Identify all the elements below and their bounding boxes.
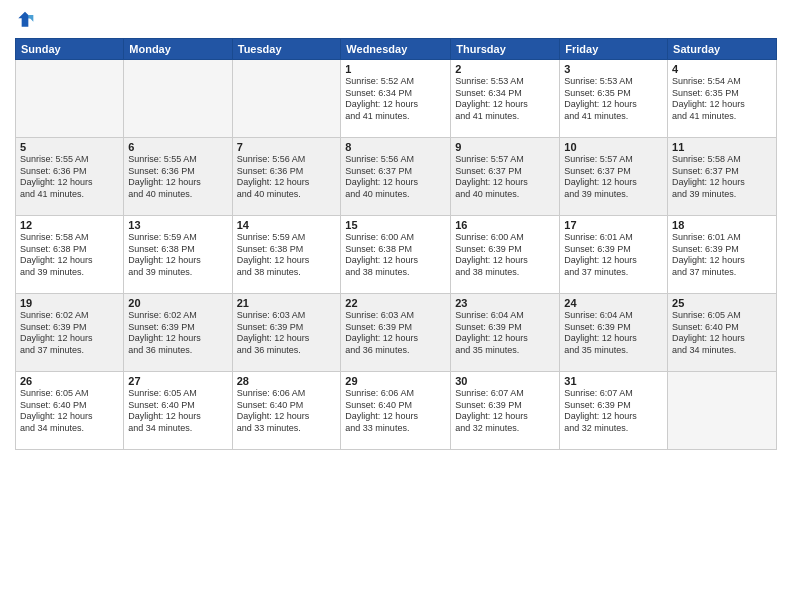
- day-info: Sunrise: 6:02 AM Sunset: 6:39 PM Dayligh…: [20, 310, 119, 357]
- weekday-header-friday: Friday: [560, 39, 668, 60]
- calendar-cell: [232, 60, 341, 138]
- day-number: 17: [564, 219, 663, 231]
- calendar-cell: [124, 60, 232, 138]
- calendar-cell: 17Sunrise: 6:01 AM Sunset: 6:39 PM Dayli…: [560, 216, 668, 294]
- day-number: 15: [345, 219, 446, 231]
- calendar-cell: 21Sunrise: 6:03 AM Sunset: 6:39 PM Dayli…: [232, 294, 341, 372]
- calendar-cell: 14Sunrise: 5:59 AM Sunset: 6:38 PM Dayli…: [232, 216, 341, 294]
- calendar-cell: 28Sunrise: 6:06 AM Sunset: 6:40 PM Dayli…: [232, 372, 341, 450]
- calendar-cell: 23Sunrise: 6:04 AM Sunset: 6:39 PM Dayli…: [451, 294, 560, 372]
- day-info: Sunrise: 6:00 AM Sunset: 6:38 PM Dayligh…: [345, 232, 446, 279]
- calendar-cell: 31Sunrise: 6:07 AM Sunset: 6:39 PM Dayli…: [560, 372, 668, 450]
- day-number: 9: [455, 141, 555, 153]
- calendar-cell: 13Sunrise: 5:59 AM Sunset: 6:38 PM Dayli…: [124, 216, 232, 294]
- day-info: Sunrise: 6:03 AM Sunset: 6:39 PM Dayligh…: [237, 310, 337, 357]
- weekday-header-row: SundayMondayTuesdayWednesdayThursdayFrid…: [16, 39, 777, 60]
- calendar-week-row: 1Sunrise: 5:52 AM Sunset: 6:34 PM Daylig…: [16, 60, 777, 138]
- day-number: 4: [672, 63, 772, 75]
- day-number: 30: [455, 375, 555, 387]
- calendar-cell: 12Sunrise: 5:58 AM Sunset: 6:38 PM Dayli…: [16, 216, 124, 294]
- day-info: Sunrise: 5:57 AM Sunset: 6:37 PM Dayligh…: [564, 154, 663, 201]
- day-info: Sunrise: 6:06 AM Sunset: 6:40 PM Dayligh…: [345, 388, 446, 435]
- day-info: Sunrise: 5:55 AM Sunset: 6:36 PM Dayligh…: [20, 154, 119, 201]
- day-number: 24: [564, 297, 663, 309]
- calendar-cell: 15Sunrise: 6:00 AM Sunset: 6:38 PM Dayli…: [341, 216, 451, 294]
- day-info: Sunrise: 5:58 AM Sunset: 6:38 PM Dayligh…: [20, 232, 119, 279]
- calendar: SundayMondayTuesdayWednesdayThursdayFrid…: [15, 38, 777, 450]
- day-number: 19: [20, 297, 119, 309]
- weekday-header-thursday: Thursday: [451, 39, 560, 60]
- day-info: Sunrise: 6:05 AM Sunset: 6:40 PM Dayligh…: [128, 388, 227, 435]
- calendar-cell: 19Sunrise: 6:02 AM Sunset: 6:39 PM Dayli…: [16, 294, 124, 372]
- weekday-header-wednesday: Wednesday: [341, 39, 451, 60]
- calendar-cell: 30Sunrise: 6:07 AM Sunset: 6:39 PM Dayli…: [451, 372, 560, 450]
- calendar-cell: 24Sunrise: 6:04 AM Sunset: 6:39 PM Dayli…: [560, 294, 668, 372]
- day-info: Sunrise: 6:06 AM Sunset: 6:40 PM Dayligh…: [237, 388, 337, 435]
- day-number: 18: [672, 219, 772, 231]
- day-info: Sunrise: 5:54 AM Sunset: 6:35 PM Dayligh…: [672, 76, 772, 123]
- svg-marker-0: [18, 12, 31, 27]
- svg-marker-1: [28, 15, 33, 22]
- day-info: Sunrise: 6:01 AM Sunset: 6:39 PM Dayligh…: [672, 232, 772, 279]
- calendar-cell: 10Sunrise: 5:57 AM Sunset: 6:37 PM Dayli…: [560, 138, 668, 216]
- calendar-cell: 18Sunrise: 6:01 AM Sunset: 6:39 PM Dayli…: [668, 216, 777, 294]
- day-info: Sunrise: 6:01 AM Sunset: 6:39 PM Dayligh…: [564, 232, 663, 279]
- calendar-cell: 27Sunrise: 6:05 AM Sunset: 6:40 PM Dayli…: [124, 372, 232, 450]
- logo: [15, 10, 39, 30]
- day-number: 27: [128, 375, 227, 387]
- day-number: 26: [20, 375, 119, 387]
- day-number: 28: [237, 375, 337, 387]
- day-number: 1: [345, 63, 446, 75]
- weekday-header-saturday: Saturday: [668, 39, 777, 60]
- calendar-cell: 22Sunrise: 6:03 AM Sunset: 6:39 PM Dayli…: [341, 294, 451, 372]
- calendar-cell: 4Sunrise: 5:54 AM Sunset: 6:35 PM Daylig…: [668, 60, 777, 138]
- calendar-cell: 16Sunrise: 6:00 AM Sunset: 6:39 PM Dayli…: [451, 216, 560, 294]
- day-info: Sunrise: 5:57 AM Sunset: 6:37 PM Dayligh…: [455, 154, 555, 201]
- calendar-cell: 1Sunrise: 5:52 AM Sunset: 6:34 PM Daylig…: [341, 60, 451, 138]
- calendar-cell: 26Sunrise: 6:05 AM Sunset: 6:40 PM Dayli…: [16, 372, 124, 450]
- day-number: 23: [455, 297, 555, 309]
- day-number: 11: [672, 141, 772, 153]
- day-info: Sunrise: 5:52 AM Sunset: 6:34 PM Dayligh…: [345, 76, 446, 123]
- calendar-cell: 5Sunrise: 5:55 AM Sunset: 6:36 PM Daylig…: [16, 138, 124, 216]
- day-info: Sunrise: 5:59 AM Sunset: 6:38 PM Dayligh…: [128, 232, 227, 279]
- day-info: Sunrise: 6:00 AM Sunset: 6:39 PM Dayligh…: [455, 232, 555, 279]
- calendar-cell: 8Sunrise: 5:56 AM Sunset: 6:37 PM Daylig…: [341, 138, 451, 216]
- day-number: 5: [20, 141, 119, 153]
- logo-icon: [15, 10, 35, 30]
- weekday-header-sunday: Sunday: [16, 39, 124, 60]
- day-number: 12: [20, 219, 119, 231]
- day-info: Sunrise: 6:04 AM Sunset: 6:39 PM Dayligh…: [564, 310, 663, 357]
- calendar-week-row: 19Sunrise: 6:02 AM Sunset: 6:39 PM Dayli…: [16, 294, 777, 372]
- day-info: Sunrise: 6:05 AM Sunset: 6:40 PM Dayligh…: [20, 388, 119, 435]
- day-number: 7: [237, 141, 337, 153]
- day-info: Sunrise: 5:59 AM Sunset: 6:38 PM Dayligh…: [237, 232, 337, 279]
- calendar-cell: 29Sunrise: 6:06 AM Sunset: 6:40 PM Dayli…: [341, 372, 451, 450]
- calendar-cell: [668, 372, 777, 450]
- day-info: Sunrise: 5:55 AM Sunset: 6:36 PM Dayligh…: [128, 154, 227, 201]
- calendar-cell: 25Sunrise: 6:05 AM Sunset: 6:40 PM Dayli…: [668, 294, 777, 372]
- day-info: Sunrise: 6:02 AM Sunset: 6:39 PM Dayligh…: [128, 310, 227, 357]
- calendar-cell: 6Sunrise: 5:55 AM Sunset: 6:36 PM Daylig…: [124, 138, 232, 216]
- day-number: 25: [672, 297, 772, 309]
- day-info: Sunrise: 6:03 AM Sunset: 6:39 PM Dayligh…: [345, 310, 446, 357]
- day-number: 16: [455, 219, 555, 231]
- day-info: Sunrise: 6:07 AM Sunset: 6:39 PM Dayligh…: [455, 388, 555, 435]
- calendar-cell: 2Sunrise: 5:53 AM Sunset: 6:34 PM Daylig…: [451, 60, 560, 138]
- day-info: Sunrise: 5:53 AM Sunset: 6:35 PM Dayligh…: [564, 76, 663, 123]
- day-number: 20: [128, 297, 227, 309]
- day-info: Sunrise: 5:58 AM Sunset: 6:37 PM Dayligh…: [672, 154, 772, 201]
- calendar-cell: 20Sunrise: 6:02 AM Sunset: 6:39 PM Dayli…: [124, 294, 232, 372]
- day-number: 6: [128, 141, 227, 153]
- calendar-cell: 3Sunrise: 5:53 AM Sunset: 6:35 PM Daylig…: [560, 60, 668, 138]
- day-number: 10: [564, 141, 663, 153]
- day-number: 8: [345, 141, 446, 153]
- page: SundayMondayTuesdayWednesdayThursdayFrid…: [0, 0, 792, 612]
- calendar-week-row: 12Sunrise: 5:58 AM Sunset: 6:38 PM Dayli…: [16, 216, 777, 294]
- day-number: 22: [345, 297, 446, 309]
- day-info: Sunrise: 6:04 AM Sunset: 6:39 PM Dayligh…: [455, 310, 555, 357]
- header: [15, 10, 777, 30]
- day-info: Sunrise: 5:53 AM Sunset: 6:34 PM Dayligh…: [455, 76, 555, 123]
- day-number: 21: [237, 297, 337, 309]
- calendar-cell: 7Sunrise: 5:56 AM Sunset: 6:36 PM Daylig…: [232, 138, 341, 216]
